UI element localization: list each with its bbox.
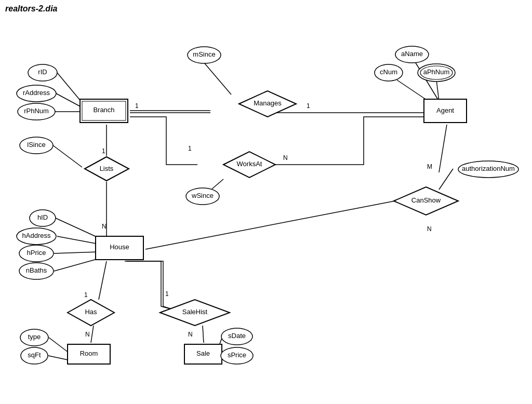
card-manages-1: 1 [135, 102, 139, 110]
svg-line-19 [56, 218, 99, 238]
house-label: House [110, 243, 129, 251]
agent-label: Agent [436, 106, 454, 114]
card-salehist-n: N [188, 331, 193, 338]
aphnum-label: aPhNum [423, 68, 450, 76]
branch-label: Branch [93, 106, 114, 114]
room-label: Room [80, 349, 98, 357]
sqft-label: sqFt [28, 351, 41, 359]
card-has-n: N [85, 331, 90, 338]
cnum-label: cNum [380, 68, 397, 76]
authnum-label: authorizationNum [462, 165, 515, 172]
svg-line-6 [99, 261, 107, 300]
diagram-container: 1 1 1 N 1 N M N 1 N 1 N Branch Agent Hou… [0, 16, 532, 404]
card-lists-2: N [102, 223, 107, 230]
msince-label: mSince [193, 50, 215, 58]
raddress-label: rAddress [23, 89, 50, 97]
er-diagram: 1 1 1 N 1 N M N 1 N 1 N Branch Agent Hou… [0, 16, 532, 404]
hid-label: hID [37, 213, 48, 221]
sale-label: Sale [196, 349, 210, 357]
lists-label: Lists [100, 165, 114, 172]
card-canshow-n: N [427, 225, 432, 233]
sprice-label: sPrice [228, 351, 246, 359]
page-title: realtors-2.dia [5, 4, 57, 14]
svg-line-21 [54, 252, 99, 253]
rphnum-label: rPhNum [24, 107, 49, 115]
haddress-label: hAddress [22, 232, 51, 239]
svg-line-13 [204, 63, 231, 95]
card-salehist-1: 1 [165, 290, 169, 298]
hprice-label: hPrice [27, 249, 46, 257]
svg-line-10 [56, 93, 83, 108]
has-label: Has [85, 308, 97, 316]
svg-line-16 [397, 80, 429, 101]
svg-line-9 [57, 73, 83, 104]
aname-label: aName [401, 50, 423, 58]
manages-label: Manages [254, 99, 282, 107]
card-worksat-1: 1 [188, 145, 192, 152]
svg-line-8 [203, 326, 204, 343]
wsince-label: wSince [191, 192, 214, 199]
svg-line-5 [145, 201, 395, 249]
card-lists-1: 1 [102, 147, 105, 155]
svg-line-22 [54, 259, 99, 271]
lsince-label: lSince [27, 141, 45, 149]
rid-label: rID [38, 68, 47, 76]
sdate-label: sDate [228, 332, 246, 340]
card-manages-2: 1 [307, 102, 310, 110]
svg-line-7 [91, 326, 94, 343]
nbaths-label: nBaths [26, 266, 47, 274]
card-has-1: 1 [84, 291, 88, 299]
svg-line-20 [57, 236, 99, 244]
card-canshow-m: M [427, 163, 432, 170]
svg-line-18 [439, 169, 453, 190]
worksat-label: WorksAt [237, 160, 262, 168]
type-label: type [28, 333, 41, 341]
svg-line-12 [53, 145, 82, 167]
salehist-label: SaleHist [182, 308, 208, 316]
svg-line-4 [439, 125, 447, 172]
card-worksat-2: N [283, 154, 288, 161]
canshow-label: CanShow [411, 196, 441, 204]
